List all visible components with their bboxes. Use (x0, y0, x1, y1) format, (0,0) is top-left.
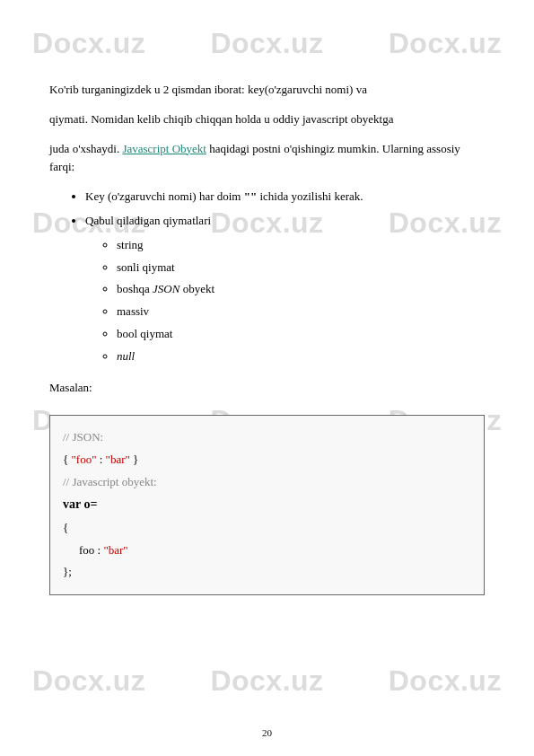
paragraph: qiymati. Nomidan kelib chiqib chiqqan ho… (49, 110, 485, 129)
list-item: sonli qiymat (117, 259, 485, 277)
code-indent: foo : "bar" (63, 540, 471, 562)
code-line: }; (63, 561, 471, 584)
page-content: Ko'rib turganingizdek u 2 qismdan iborat… (0, 0, 534, 613)
code-line: { "foo" : "bar" } (63, 449, 471, 471)
code-line: { (63, 517, 471, 540)
list-item: string (117, 236, 485, 255)
paragraph: Ko'rib turganingizdek u 2 qismdan iborat… (49, 81, 485, 100)
code-string: "bar" (103, 543, 127, 557)
text: { (63, 453, 72, 466)
code-line: // JSON: (63, 426, 471, 449)
text: Key (o'zgaruvchi nomi) har doim (85, 189, 244, 203)
list-item: null (117, 347, 485, 366)
code-keyword: var o= (63, 497, 97, 511)
watermark-text: Docx.uz (210, 664, 323, 698)
code-string: "bar" (106, 453, 130, 466)
code-string: "foo" (72, 453, 97, 466)
masalan-label: Masalan: (49, 379, 485, 398)
text: Qabul qiladigan qiymatlari (85, 214, 211, 227)
watermark-row: Docx.uz Docx.uz Docx.uz (0, 664, 534, 698)
text: obyekt (179, 282, 214, 295)
bullet-list: Key (o'zgaruvchi nomi) har doim "" ichid… (85, 188, 485, 365)
text: boshqa (117, 282, 153, 295)
text-italic: JSON (153, 282, 179, 295)
code-line: var o= (63, 493, 471, 517)
code-line: // Javascript obyekt: (63, 471, 471, 494)
sub-bullet-list: string sonli qiymat boshqa JSON obyekt m… (117, 236, 485, 366)
list-item: bool qiymat (117, 325, 485, 344)
page-number: 20 (0, 727, 534, 738)
code-comment: // JSON: (63, 430, 103, 444)
text: foo : (79, 543, 103, 557)
watermark-text: Docx.uz (32, 664, 145, 698)
text: juda o'xshaydi. (49, 142, 122, 155)
code-comment: // Javascript obyekt: (63, 475, 157, 488)
text: ichida yozilishi kerak. (257, 189, 363, 203)
text: } (130, 453, 139, 466)
text-italic: null (117, 349, 135, 363)
text: : (96, 453, 105, 466)
text-bold: "" (244, 189, 257, 203)
list-item: boshqa JSON obyekt (117, 280, 485, 299)
code-block: // JSON: { "foo" : "bar" } // Javascript… (49, 415, 485, 595)
code-line: foo : "bar" (63, 540, 471, 562)
list-item: Key (o'zgaruvchi nomi) har doim "" ichid… (85, 188, 485, 207)
paragraph: juda o'xshaydi. Javascript Obyekt haqida… (49, 140, 485, 178)
list-item: Qabul qiladigan qiymatlari string sonli … (85, 212, 485, 366)
list-item: massiv (117, 303, 485, 321)
javascript-obyekt-link[interactable]: Javascript Obyekt (122, 142, 206, 155)
watermark-text: Docx.uz (389, 664, 502, 698)
